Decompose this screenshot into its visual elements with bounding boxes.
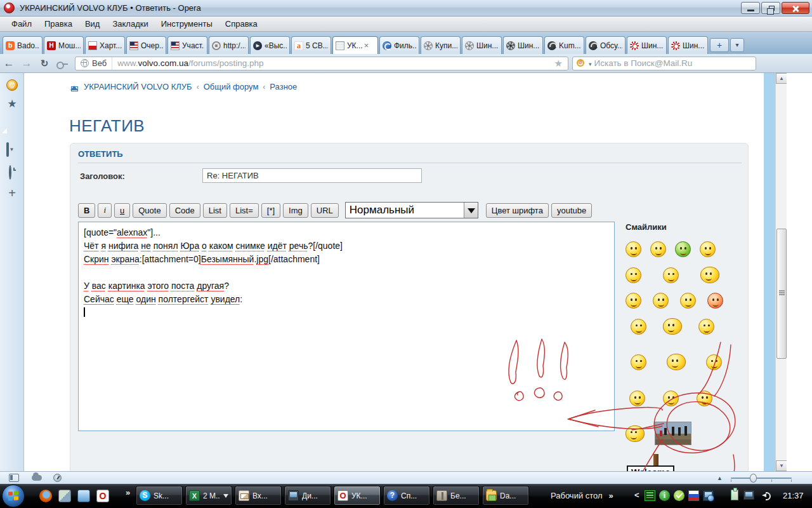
panels-toggle-icon[interactable] (9, 474, 19, 482)
bbcode-url-button[interactable]: URL (311, 203, 339, 218)
smiley-wave-hello[interactable] (631, 319, 646, 335)
zoom-slider[interactable] (731, 478, 792, 479)
vertical-scrollbar[interactable]: ▲ ▼ (775, 73, 787, 471)
downloads-icon[interactable] (6, 142, 9, 157)
smiley-punch[interactable] (698, 319, 714, 335)
select-dropdown-icon[interactable] (464, 203, 478, 218)
bbcode-u-button[interactable]: u (114, 203, 130, 218)
smiley-toy-car[interactable] (663, 391, 679, 406)
mail-panel-icon[interactable] (6, 79, 18, 91)
url-text[interactable]: www.volvo.com.ua/forums/posting.php (117, 58, 549, 68)
smiley-mullet[interactable] (697, 391, 712, 406)
taskbar-button[interactable]: Da... (482, 486, 529, 505)
smiley-viking-axe[interactable] (667, 354, 686, 370)
smiley-scream[interactable] (663, 318, 682, 335)
browser-tab[interactable]: Обсу... (586, 36, 625, 54)
breadcrumb-link[interactable]: Разное (270, 82, 297, 91)
browser-tab[interactable]: «Выс... (250, 36, 290, 54)
quick-launch-overflow-chevron[interactable]: » (126, 488, 130, 497)
zoom-slider-thumb[interactable] (750, 474, 757, 483)
taskbar-button[interactable]: Сп... (383, 486, 430, 505)
browser-tab[interactable]: УК...× (332, 36, 378, 54)
browser-tab[interactable]: Шин... (627, 36, 667, 54)
browser-tab[interactable]: Очер... (126, 36, 166, 54)
search-input[interactable]: ▾ Искать в Поиск@Mail.Ru (572, 57, 756, 70)
bbcode-[*]-button[interactable]: [*] (261, 203, 280, 218)
network-icon[interactable] (743, 490, 754, 500)
smiley-builder-drill[interactable] (706, 354, 722, 370)
taskbar-button[interactable]: Ди... (284, 486, 331, 505)
smiley-surrender[interactable] (650, 241, 666, 257)
taskbar-button[interactable]: УК... (334, 486, 381, 505)
smiley-kiss-pair[interactable] (625, 425, 645, 442)
bbcode-img-button[interactable]: Img (283, 203, 308, 218)
minimize-button[interactable] (741, 2, 760, 14)
smiley-blush-red[interactable] (707, 293, 723, 309)
tab-list-dropdown-icon[interactable]: ▾ (730, 38, 744, 52)
browser-tab[interactable]: Мош... (44, 36, 84, 54)
smiley-facepalm[interactable] (700, 241, 716, 257)
taskbar-button[interactable]: Вх... (235, 486, 282, 505)
browser-tab[interactable]: Филь... (379, 36, 419, 54)
reload-button[interactable]: ↻ (36, 58, 53, 69)
opera-unite-cloud-icon[interactable] (32, 475, 42, 481)
smiley-crying[interactable] (625, 267, 641, 283)
close-button[interactable] (782, 2, 809, 14)
smiley-girl-bow[interactable] (653, 293, 669, 309)
bbcode-code-button[interactable]: Code (169, 203, 200, 218)
browser-tab[interactable]: 5 СВ... (291, 36, 331, 54)
browser-tab[interactable]: http:/... (209, 36, 249, 54)
display-icon[interactable] (645, 490, 655, 501)
network-pc-icon[interactable] (703, 490, 714, 501)
bookmark-star-icon[interactable]: ★ (549, 58, 568, 69)
browser-tab[interactable]: Купи... (421, 36, 461, 54)
smiley-evil-cheer[interactable] (700, 267, 719, 283)
bbcode-b-button[interactable]: B (78, 203, 95, 218)
ru-flag-icon[interactable] (688, 490, 699, 501)
back-button[interactable]: ← (0, 57, 18, 70)
explorer-icon[interactable] (58, 490, 71, 502)
add-panel-icon[interactable]: + (6, 187, 18, 199)
bbcode-list=-button[interactable]: List= (230, 203, 259, 218)
bbcode-i-button[interactable]: i (98, 203, 112, 218)
power-icon[interactable] (731, 490, 738, 500)
zoom-menu-icon[interactable]: ▲ (717, 475, 723, 481)
menu-item[interactable]: Инструменты (155, 17, 219, 30)
smiley-popcorn[interactable] (631, 354, 646, 370)
bbcode-quote-button[interactable]: Quote (133, 203, 166, 218)
smiley-trash-bag[interactable] (629, 391, 645, 406)
opera-ql-icon[interactable] (96, 490, 109, 502)
taskbar-button[interactable]: Sk... (136, 486, 183, 505)
start-button[interactable] (2, 485, 25, 507)
desktop-toolbar-chevron[interactable]: » (609, 491, 613, 500)
breadcrumb-link[interactable]: УКРАИНСКИЙ VOLVO КЛУБ (84, 82, 192, 91)
browser-tab[interactable]: Bado... (3, 36, 43, 54)
desktop-toolbar[interactable]: Рабочий стол » (551, 491, 613, 500)
scroll-up-icon[interactable]: ▲ (776, 73, 787, 84)
taskbar-button[interactable]: 2 М... (185, 486, 232, 505)
smiley-monocle[interactable] (663, 267, 679, 283)
forward-button[interactable]: → (18, 57, 36, 70)
show-desktop-icon[interactable] (77, 490, 90, 502)
menu-item[interactable]: Закладки (106, 17, 154, 30)
browser-tab[interactable]: Участ... (167, 36, 207, 54)
browser-tab[interactable]: Шин... (668, 36, 708, 54)
firefox-icon[interactable] (39, 490, 52, 502)
new-tab-button[interactable]: + (710, 38, 729, 52)
bbcode-list-button[interactable]: List (203, 203, 227, 218)
tab-close-icon[interactable]: × (364, 42, 369, 50)
smiley-innocent[interactable] (625, 241, 641, 257)
info-icon[interactable] (659, 490, 670, 501)
menu-item[interactable]: Правка (38, 17, 79, 30)
search-engine-dropdown-icon[interactable]: ▾ (589, 61, 592, 67)
smiley-wink-point[interactable] (680, 293, 696, 309)
tray-collapse-chevron[interactable]: < (634, 490, 639, 500)
bookmarks-star-icon[interactable]: ★ (6, 98, 18, 110)
smiley-shrug[interactable] (625, 293, 641, 309)
home-icon[interactable] (70, 83, 79, 91)
photo-thumbnail[interactable] (655, 422, 691, 445)
browser-tab[interactable]: Kum... (544, 36, 584, 54)
subject-input[interactable] (202, 168, 422, 183)
address-field[interactable]: Веб www.volvo.com.ua/forums/posting.php … (75, 57, 568, 70)
breadcrumb-link[interactable]: Общий форум (204, 82, 259, 91)
